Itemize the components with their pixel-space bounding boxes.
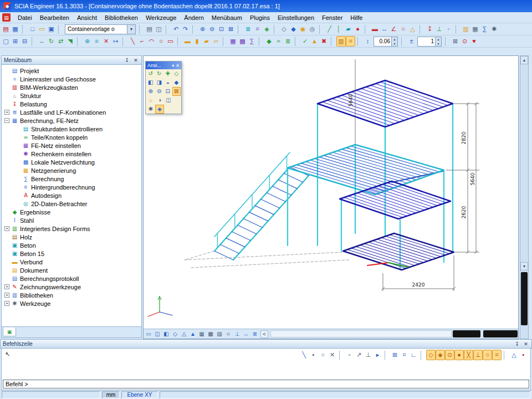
rotate-left-icon[interactable]: ↺ bbox=[146, 69, 155, 78]
deform-scale-spin[interactable]: 0.06▲▼ bbox=[374, 37, 398, 47]
perspective-icon[interactable]: △ bbox=[180, 330, 188, 339]
save-icon[interactable]: ▣ bbox=[47, 24, 56, 34]
supports-icon[interactable]: ⊥ bbox=[233, 330, 242, 339]
wireframe-icon[interactable]: ▦ bbox=[197, 330, 206, 339]
solver-icon[interactable]: ∑ bbox=[247, 36, 257, 47]
tree-item-autodesign[interactable]: AAutodesign bbox=[2, 191, 141, 200]
tree-item-dokument[interactable]: ▤Dokument bbox=[2, 266, 141, 274]
rect-icon[interactable]: ▭ bbox=[166, 36, 175, 47]
expand-icon[interactable]: + bbox=[4, 110, 9, 115]
circle-icon[interactable]: ○ bbox=[398, 24, 408, 34]
expand-icon[interactable]: + bbox=[4, 293, 9, 298]
shading-icon[interactable]: ▨ bbox=[215, 330, 224, 339]
grid-lines-icon[interactable]: ⌗ bbox=[400, 350, 409, 360]
hinge-icon[interactable]: ◦ bbox=[444, 24, 453, 34]
tree-item-netzgenerierung[interactable]: ▦Netzgenerierung bbox=[2, 166, 141, 175]
view-xy-icon[interactable]: ▭ bbox=[144, 330, 153, 339]
zoom-all-icon[interactable]: ⊠ bbox=[172, 87, 181, 96]
ortho-icon[interactable]: ∟ bbox=[409, 350, 418, 360]
scroll-down-icon[interactable]: ▼ bbox=[520, 262, 528, 270]
chevron-down-icon[interactable]: ▾ bbox=[172, 63, 174, 68]
layer-filter-icon[interactable]: ▥ bbox=[336, 36, 346, 47]
print-icon[interactable]: ▤ bbox=[145, 24, 154, 34]
menu-andern[interactable]: Ändern bbox=[180, 13, 207, 22]
rotate-right-icon[interactable]: ↻ bbox=[155, 69, 164, 78]
check-icon[interactable]: ✓ bbox=[300, 36, 310, 47]
cursor-snap-icon[interactable]: ▸ bbox=[373, 350, 382, 360]
extend-icon[interactable]: ↦ bbox=[111, 36, 120, 47]
node-icon[interactable]: ● bbox=[353, 24, 362, 34]
slab-icon[interactable]: ▰ bbox=[202, 36, 211, 47]
perspective-toggle-icon[interactable]: ◈ bbox=[155, 105, 164, 114]
layers-icon[interactable]: ≣ bbox=[243, 24, 253, 34]
circle-snap-icon[interactable]: ○ bbox=[318, 350, 328, 360]
vertical-member-icon[interactable]: │ bbox=[334, 24, 344, 34]
tree-item-bibliotheken[interactable]: +▥Bibliotheken bbox=[2, 291, 141, 299]
snap-center-icon[interactable]: ⊙ bbox=[445, 350, 454, 360]
tree-item-lastfalle-und-lf-kombinationen[interactable]: +≣Lastfälle und LF-Kombinationen bbox=[2, 108, 141, 116]
dimension-icon[interactable]: ↔ bbox=[380, 24, 389, 34]
undo-icon[interactable]: ↶ bbox=[171, 24, 181, 34]
select-add-icon[interactable]: ⊞ bbox=[11, 36, 20, 47]
pin-icon[interactable]: ↧ bbox=[124, 58, 130, 63]
menu-menubaum[interactable]: Menübaum bbox=[208, 13, 246, 22]
direction-icon[interactable]: ↗ bbox=[354, 350, 364, 360]
wireframe-icon[interactable]: ◇ bbox=[279, 24, 289, 34]
free-point-icon[interactable]: ▫ bbox=[345, 350, 354, 360]
scia-menu-icon[interactable]: ▤ bbox=[2, 13, 11, 22]
spin-up-icon[interactable]: ▲ bbox=[436, 37, 441, 42]
close-icon[interactable]: ✕ bbox=[132, 58, 139, 63]
expand-icon[interactable]: + bbox=[4, 284, 9, 289]
viewport-hscrollbar[interactable] bbox=[270, 330, 452, 337]
zoom-out-icon[interactable]: ⊖ bbox=[155, 87, 164, 96]
snap-tangent-icon[interactable]: ○ bbox=[483, 350, 492, 360]
redo-icon[interactable]: ↷ bbox=[181, 24, 190, 34]
line-icon[interactable]: ╲ bbox=[128, 36, 137, 47]
bim-module-icon[interactable]: ▦ bbox=[11, 24, 20, 34]
perpendicular-icon[interactable]: ⊥ bbox=[364, 350, 373, 360]
new-project-icon[interactable]: □ bbox=[28, 24, 37, 34]
tree-item-struktur[interactable]: ⌂Struktur bbox=[2, 91, 141, 100]
spin-down-icon[interactable]: ▼ bbox=[436, 42, 441, 46]
target-icon[interactable]: ⊙ bbox=[460, 36, 469, 47]
tree-item-rechenkern-einstellen[interactable]: ✱Rechenkern einstellen bbox=[2, 150, 141, 158]
deform-icon[interactable]: ≈ bbox=[274, 36, 283, 47]
zoom-out-icon[interactable]: ⊖ bbox=[207, 24, 217, 34]
mesh-icon[interactable]: ▦ bbox=[228, 36, 238, 47]
scale-value-icon[interactable]: ↕ bbox=[363, 36, 372, 47]
tree-item-lokale-netzverdichtung[interactable]: ▩Lokale Netzverdichtung bbox=[2, 158, 141, 166]
polyline-icon[interactable]: ⌐ bbox=[137, 36, 147, 47]
spin-up-icon[interactable]: ▲ bbox=[392, 37, 397, 42]
draw-circle-icon[interactable]: ○ bbox=[156, 36, 166, 47]
step-icon[interactable]: ± bbox=[407, 36, 416, 47]
snap-endpoint-icon[interactable]: ◇ bbox=[426, 350, 436, 360]
labels-icon[interactable]: ≣ bbox=[250, 330, 259, 339]
grid-snap-icon[interactable]: ⌗ bbox=[346, 36, 355, 47]
copy-icon[interactable]: ⊕ bbox=[83, 36, 92, 47]
dimensions-icon[interactable]: ↔ bbox=[242, 330, 250, 339]
point-load-icon[interactable]: ↧ bbox=[425, 24, 434, 34]
table-icon[interactable]: ▦ bbox=[470, 24, 480, 34]
view-xz-icon[interactable]: ◫ bbox=[153, 330, 162, 339]
orbit-icon[interactable]: ◇ bbox=[172, 69, 181, 78]
chevron-down-icon[interactable]: ▾ bbox=[127, 25, 135, 34]
multicopy-icon[interactable]: ≡ bbox=[92, 36, 101, 47]
menubaum-tab[interactable]: ▣ bbox=[3, 328, 16, 336]
view-settings-icon[interactable]: ✱ bbox=[146, 105, 155, 114]
tree-item-linienraster-und-geschosse[interactable]: ⌗Linienraster und Geschosse bbox=[2, 75, 141, 83]
line-red-icon[interactable]: ▬ bbox=[370, 24, 380, 34]
warning-icon[interactable]: ▲ bbox=[310, 36, 319, 47]
clipping-icon[interactable]: ◫ bbox=[164, 96, 173, 105]
pan-icon[interactable]: ✚ bbox=[163, 69, 172, 78]
tree-item-belastung[interactable]: ↧Belastung bbox=[2, 100, 141, 108]
member-icon[interactable]: ╱ bbox=[325, 24, 334, 34]
spin-down-icon[interactable]: ▼ bbox=[392, 42, 397, 46]
hidden-lines-icon[interactable]: ◎ bbox=[308, 24, 317, 34]
render-mode-icon[interactable]: ◑ bbox=[155, 96, 164, 105]
zoom-window-icon[interactable]: ⊡ bbox=[217, 24, 226, 34]
stress-icon[interactable]: ≣ bbox=[283, 36, 293, 47]
load-case-spin[interactable]: 1▲▼ bbox=[417, 37, 442, 47]
scia-document-icon[interactable]: ▤ bbox=[1, 24, 11, 34]
tree-item-ergebnisse[interactable]: ◆Ergebnisse bbox=[2, 208, 141, 216]
move-icon[interactable]: ↔ bbox=[37, 36, 47, 47]
